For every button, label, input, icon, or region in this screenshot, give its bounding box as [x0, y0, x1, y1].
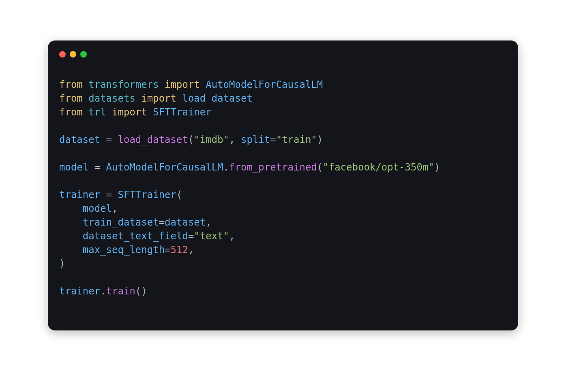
keyword-import: import	[141, 93, 176, 104]
comma: ,	[188, 244, 194, 256]
code-block: from transformers import AutoModelForCau…	[48, 61, 518, 309]
symbol-automodel: AutoModelForCausalLM	[206, 79, 323, 90]
op-eq: =	[100, 189, 118, 200]
keyword-import: import	[165, 79, 200, 90]
indent	[59, 230, 83, 242]
rparen: )	[141, 285, 147, 297]
num-512: 512	[171, 244, 188, 256]
rparen: )	[434, 162, 440, 173]
comma: ,	[112, 203, 118, 214]
lparen: (	[176, 189, 182, 200]
rparen: )	[317, 134, 323, 145]
op-eq-tight: =	[188, 230, 194, 242]
indent	[59, 203, 83, 214]
op-eq-tight: =	[270, 134, 276, 145]
kwarg-train-dataset: train_dataset	[83, 217, 159, 228]
indent	[59, 244, 83, 256]
zoom-icon[interactable]	[80, 51, 87, 58]
str-text: "text"	[194, 230, 229, 242]
indent	[59, 217, 83, 228]
lparen: (	[317, 162, 323, 173]
minimize-icon[interactable]	[70, 51, 76, 58]
window-controls	[48, 40, 518, 61]
kwarg-max-seq-length: max_seq_length	[83, 244, 165, 256]
comma: ,	[229, 230, 235, 242]
dot: .	[100, 285, 106, 297]
op-eq: =	[100, 134, 118, 145]
page: from transformers import AutoModelForCau…	[0, 0, 566, 392]
module-datasets: datasets	[88, 93, 135, 104]
var-dataset: dataset	[59, 134, 100, 145]
var-trainer: trainer	[59, 285, 100, 297]
module-transformers: transformers	[88, 79, 159, 90]
str-train: "train"	[276, 134, 317, 145]
arg-dataset: dataset	[165, 217, 206, 228]
lparen: (	[135, 285, 141, 297]
rparen: )	[59, 258, 65, 269]
cls-sfttrainer: SFTTrainer	[118, 189, 177, 200]
keyword-from: from	[59, 107, 83, 118]
comma: ,	[206, 217, 211, 228]
lparen: (	[188, 134, 194, 145]
op-eq: =	[88, 162, 106, 173]
symbol-load-dataset: load_dataset	[182, 93, 252, 104]
arg-model: model	[83, 203, 112, 214]
str-imdb: "imdb"	[194, 134, 229, 145]
module-trl: trl	[88, 107, 106, 118]
kwarg-dataset-text-field: dataset_text_field	[83, 230, 188, 242]
op-eq-tight: =	[165, 244, 170, 256]
keyword-import: import	[112, 107, 147, 118]
var-trainer: trainer	[59, 189, 100, 200]
call-from-pretrained: from_pretrained	[229, 162, 317, 173]
dot: .	[223, 162, 229, 173]
kwarg-split: split	[241, 134, 270, 145]
call-train: train	[106, 285, 135, 297]
op-eq-tight: =	[159, 217, 165, 228]
keyword-from: from	[59, 79, 83, 90]
code-window: from transformers import AutoModelForCau…	[48, 40, 518, 330]
var-model: model	[59, 162, 88, 173]
cls-automodel: AutoModelForCausalLM	[106, 162, 223, 173]
symbol-sfttrainer: SFTTrainer	[153, 107, 212, 118]
comma: ,	[229, 134, 235, 145]
close-icon[interactable]	[59, 51, 66, 58]
keyword-from: from	[59, 93, 83, 104]
str-fb-opt: "facebook/opt-350m"	[323, 162, 434, 173]
call-load-dataset: load_dataset	[118, 134, 188, 145]
